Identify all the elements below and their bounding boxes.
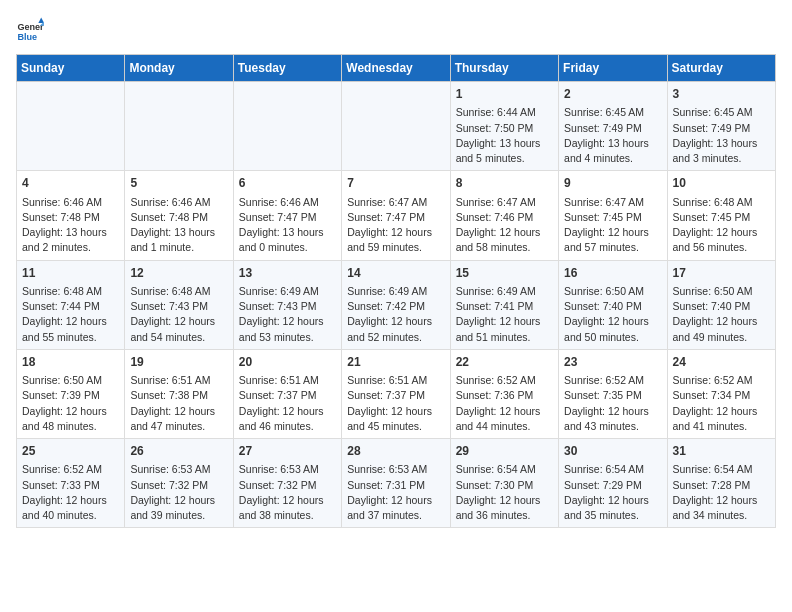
- calendar-cell: [125, 82, 233, 171]
- weekday-header-saturday: Saturday: [667, 55, 775, 82]
- calendar-cell: 29Sunrise: 6:54 AMSunset: 7:30 PMDayligh…: [450, 439, 558, 528]
- day-detail: Daylight: 13 hours: [564, 136, 661, 151]
- day-number: 7: [347, 175, 444, 192]
- day-detail: and 2 minutes.: [22, 240, 119, 255]
- calendar-cell: 13Sunrise: 6:49 AMSunset: 7:43 PMDayligh…: [233, 260, 341, 349]
- calendar-week-3: 11Sunrise: 6:48 AMSunset: 7:44 PMDayligh…: [17, 260, 776, 349]
- calendar-cell: 10Sunrise: 6:48 AMSunset: 7:45 PMDayligh…: [667, 171, 775, 260]
- day-detail: Sunset: 7:48 PM: [130, 210, 227, 225]
- calendar-cell: 5Sunrise: 6:46 AMSunset: 7:48 PMDaylight…: [125, 171, 233, 260]
- calendar-cell: 22Sunrise: 6:52 AMSunset: 7:36 PMDayligh…: [450, 349, 558, 438]
- day-number: 6: [239, 175, 336, 192]
- day-number: 16: [564, 265, 661, 282]
- day-detail: and 1 minute.: [130, 240, 227, 255]
- day-number: 17: [673, 265, 770, 282]
- day-detail: Sunset: 7:37 PM: [239, 388, 336, 403]
- calendar-cell: 16Sunrise: 6:50 AMSunset: 7:40 PMDayligh…: [559, 260, 667, 349]
- day-detail: Daylight: 12 hours: [673, 225, 770, 240]
- day-detail: and 4 minutes.: [564, 151, 661, 166]
- calendar-cell: 1Sunrise: 6:44 AMSunset: 7:50 PMDaylight…: [450, 82, 558, 171]
- day-number: 14: [347, 265, 444, 282]
- day-detail: Sunrise: 6:47 AM: [456, 195, 553, 210]
- svg-text:Blue: Blue: [17, 32, 37, 42]
- calendar-cell: 23Sunrise: 6:52 AMSunset: 7:35 PMDayligh…: [559, 349, 667, 438]
- day-detail: Sunset: 7:32 PM: [130, 478, 227, 493]
- day-detail: Sunset: 7:32 PM: [239, 478, 336, 493]
- day-detail: Daylight: 12 hours: [673, 493, 770, 508]
- day-detail: Sunrise: 6:52 AM: [456, 373, 553, 388]
- day-detail: and 43 minutes.: [564, 419, 661, 434]
- calendar-week-1: 1Sunrise: 6:44 AMSunset: 7:50 PMDaylight…: [17, 82, 776, 171]
- day-number: 13: [239, 265, 336, 282]
- day-detail: and 35 minutes.: [564, 508, 661, 523]
- calendar-cell: 3Sunrise: 6:45 AMSunset: 7:49 PMDaylight…: [667, 82, 775, 171]
- day-detail: Daylight: 12 hours: [347, 225, 444, 240]
- day-detail: and 53 minutes.: [239, 330, 336, 345]
- day-detail: Daylight: 12 hours: [347, 314, 444, 329]
- day-detail: and 59 minutes.: [347, 240, 444, 255]
- day-detail: and 51 minutes.: [456, 330, 553, 345]
- day-number: 15: [456, 265, 553, 282]
- calendar-cell: [17, 82, 125, 171]
- calendar-cell: 20Sunrise: 6:51 AMSunset: 7:37 PMDayligh…: [233, 349, 341, 438]
- day-detail: Sunrise: 6:50 AM: [564, 284, 661, 299]
- day-detail: Sunset: 7:30 PM: [456, 478, 553, 493]
- day-detail: and 5 minutes.: [456, 151, 553, 166]
- day-detail: Daylight: 13 hours: [239, 225, 336, 240]
- day-detail: Daylight: 12 hours: [564, 493, 661, 508]
- day-number: 28: [347, 443, 444, 460]
- day-detail: Sunset: 7:47 PM: [347, 210, 444, 225]
- day-number: 24: [673, 354, 770, 371]
- calendar-cell: 7Sunrise: 6:47 AMSunset: 7:47 PMDaylight…: [342, 171, 450, 260]
- calendar-cell: 12Sunrise: 6:48 AMSunset: 7:43 PMDayligh…: [125, 260, 233, 349]
- day-number: 1: [456, 86, 553, 103]
- calendar-cell: 2Sunrise: 6:45 AMSunset: 7:49 PMDaylight…: [559, 82, 667, 171]
- day-detail: Sunrise: 6:53 AM: [130, 462, 227, 477]
- weekday-header-thursday: Thursday: [450, 55, 558, 82]
- day-detail: Sunset: 7:47 PM: [239, 210, 336, 225]
- day-detail: Sunrise: 6:44 AM: [456, 105, 553, 120]
- day-detail: Daylight: 12 hours: [130, 404, 227, 419]
- day-number: 10: [673, 175, 770, 192]
- day-detail: Sunset: 7:49 PM: [673, 121, 770, 136]
- day-detail: Daylight: 12 hours: [239, 404, 336, 419]
- day-number: 31: [673, 443, 770, 460]
- day-detail: Sunrise: 6:46 AM: [130, 195, 227, 210]
- day-detail: and 0 minutes.: [239, 240, 336, 255]
- day-detail: Sunrise: 6:50 AM: [22, 373, 119, 388]
- calendar-cell: 15Sunrise: 6:49 AMSunset: 7:41 PMDayligh…: [450, 260, 558, 349]
- day-detail: Sunrise: 6:49 AM: [456, 284, 553, 299]
- calendar-cell: 28Sunrise: 6:53 AMSunset: 7:31 PMDayligh…: [342, 439, 450, 528]
- day-detail: and 40 minutes.: [22, 508, 119, 523]
- calendar-cell: 26Sunrise: 6:53 AMSunset: 7:32 PMDayligh…: [125, 439, 233, 528]
- day-detail: Sunrise: 6:52 AM: [673, 373, 770, 388]
- day-detail: and 56 minutes.: [673, 240, 770, 255]
- day-detail: Daylight: 12 hours: [347, 404, 444, 419]
- day-detail: Sunset: 7:35 PM: [564, 388, 661, 403]
- day-detail: and 34 minutes.: [673, 508, 770, 523]
- day-detail: Sunrise: 6:48 AM: [22, 284, 119, 299]
- day-detail: Sunrise: 6:47 AM: [347, 195, 444, 210]
- calendar-cell: 30Sunrise: 6:54 AMSunset: 7:29 PMDayligh…: [559, 439, 667, 528]
- calendar-table: SundayMondayTuesdayWednesdayThursdayFrid…: [16, 54, 776, 528]
- day-detail: and 46 minutes.: [239, 419, 336, 434]
- day-detail: Sunrise: 6:54 AM: [673, 462, 770, 477]
- day-detail: and 37 minutes.: [347, 508, 444, 523]
- weekday-header-sunday: Sunday: [17, 55, 125, 82]
- day-detail: Sunrise: 6:51 AM: [347, 373, 444, 388]
- day-detail: Sunset: 7:36 PM: [456, 388, 553, 403]
- day-detail: Sunset: 7:28 PM: [673, 478, 770, 493]
- day-detail: Daylight: 12 hours: [22, 493, 119, 508]
- svg-marker-2: [38, 17, 44, 23]
- day-number: 3: [673, 86, 770, 103]
- day-detail: Daylight: 13 hours: [22, 225, 119, 240]
- day-detail: and 47 minutes.: [130, 419, 227, 434]
- day-number: 8: [456, 175, 553, 192]
- day-detail: and 41 minutes.: [673, 419, 770, 434]
- day-detail: and 57 minutes.: [564, 240, 661, 255]
- svg-text:General: General: [17, 22, 44, 32]
- weekday-header-row: SundayMondayTuesdayWednesdayThursdayFrid…: [17, 55, 776, 82]
- day-detail: Sunrise: 6:45 AM: [564, 105, 661, 120]
- day-detail: Daylight: 12 hours: [456, 404, 553, 419]
- day-detail: Sunrise: 6:52 AM: [22, 462, 119, 477]
